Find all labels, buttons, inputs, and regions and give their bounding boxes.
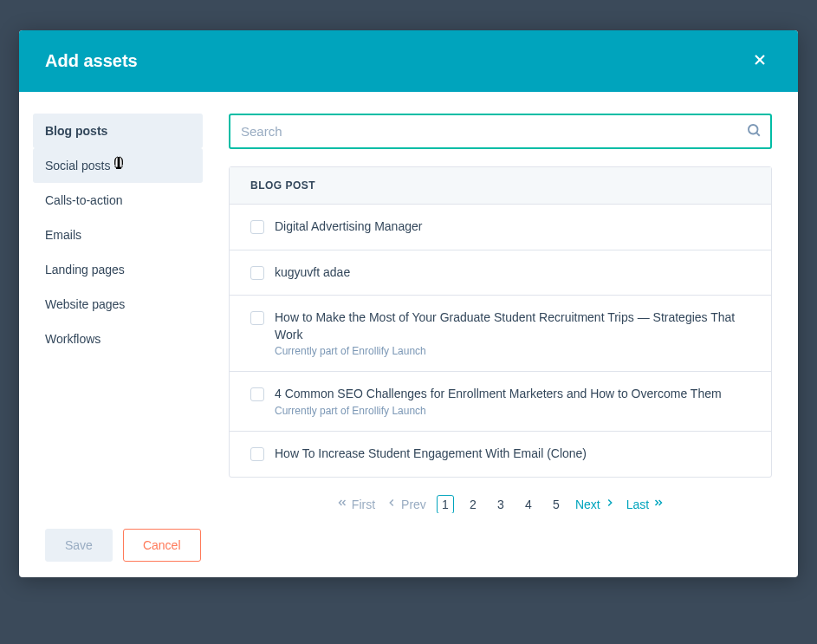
row-checkbox[interactable] [250,311,264,325]
svg-point-2 [749,125,758,134]
sidebar-item-blog-posts[interactable]: Blog posts [33,114,203,148]
row-title: How To Increase Student Engagement With … [275,446,750,463]
search-wrapper [229,114,772,149]
row-subtitle: Currently part of Enrollify Launch [275,405,750,417]
page-number-4[interactable]: 4 [520,496,537,513]
sidebar-item-emails[interactable]: Emails [33,218,203,252]
sidebar-item-landing-pages[interactable]: Landing pages [33,252,203,287]
sidebar-item-social-posts[interactable]: Social posts [33,148,203,183]
table-header: BLOG POST [230,167,771,205]
page-number-1[interactable]: 1 [437,495,454,513]
modal-title: Add assets [45,51,138,71]
save-button[interactable]: Save [45,529,113,562]
close-button[interactable] [748,48,772,75]
row-checkbox[interactable] [250,266,264,280]
row-checkbox[interactable] [250,220,264,234]
pagination-last[interactable]: Last [626,497,665,511]
table-row[interactable]: 4 Common SEO Challenges for Enrollment M… [230,372,771,432]
page-number-2[interactable]: 2 [464,496,482,513]
row-title: 4 Common SEO Challenges for Enrollment M… [275,386,750,403]
row-checkbox[interactable] [250,447,264,461]
page-number-3[interactable]: 3 [492,496,509,513]
main-content: BLOG POST Digital Advertising Manager ku… [229,114,772,513]
row-checkbox[interactable] [250,387,264,401]
svg-line-3 [756,133,759,135]
row-title: kugyuvft adae [275,264,750,282]
modal-footer: Save Cancel [19,513,798,577]
sidebar-item-calls-to-action[interactable]: Calls-to-action [33,183,203,218]
sidebar-item-workflows[interactable]: Workflows [33,322,203,356]
search-input[interactable] [229,114,772,149]
add-assets-modal: Add assets Blog posts Social posts Calls… [19,30,798,577]
blog-post-table: BLOG POST Digital Advertising Manager ku… [229,166,772,478]
table-row[interactable]: kugyuvft adae [230,250,771,296]
modal-header: Add assets [19,30,798,92]
chevron-right-icon [604,497,616,511]
chevron-double-left-icon [336,497,348,511]
row-subtitle: Currently part of Enrollify Launch [275,345,750,357]
pagination-next[interactable]: Next [575,497,616,511]
search-icon [746,122,762,141]
sidebar: Blog posts Social posts Calls-to-action … [33,114,203,513]
table-row[interactable]: How To Increase Student Engagement With … [230,432,771,477]
table-row[interactable]: Digital Advertising Manager [230,205,771,250]
sidebar-item-website-pages[interactable]: Website pages [33,287,203,322]
chevron-double-right-icon [652,497,665,511]
cancel-button[interactable]: Cancel [123,529,201,562]
modal-body: Blog posts Social posts Calls-to-action … [19,92,798,513]
pagination-first[interactable]: First [336,497,375,511]
row-title: Digital Advertising Manager [275,218,750,236]
pagination-prev[interactable]: Prev [386,497,426,511]
pagination: First Prev 1 2 3 4 5 Next [229,478,772,513]
close-icon [751,58,768,71]
row-title: How to Make the Most of Your Graduate St… [275,309,750,343]
page-number-5[interactable]: 5 [548,496,565,513]
chevron-left-icon [386,497,398,511]
table-row[interactable]: How to Make the Most of Your Graduate St… [230,296,771,372]
